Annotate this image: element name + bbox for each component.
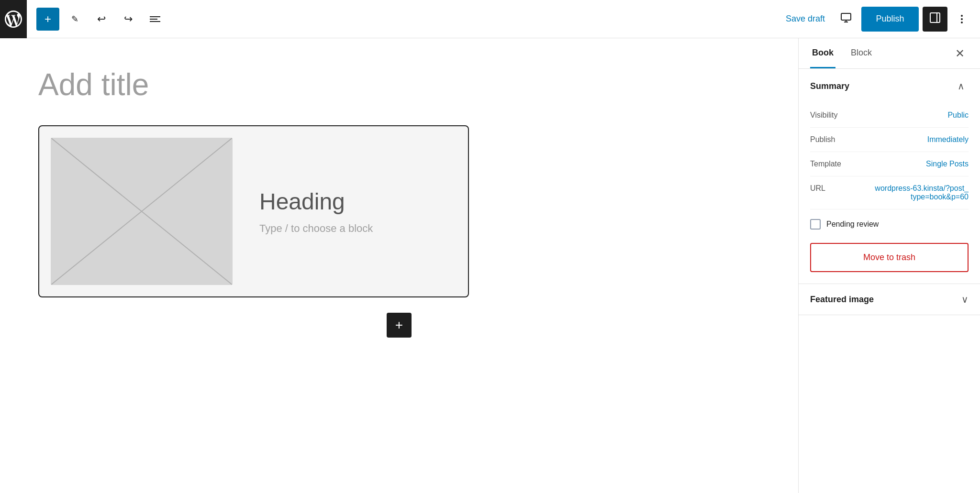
- block-content: Heading Type / to choose a block: [244, 126, 468, 296]
- sidebar-toggle-button[interactable]: [923, 7, 947, 32]
- pending-review-label: Pending review: [826, 220, 879, 229]
- more-icon: [961, 15, 963, 23]
- summary-content: Visibility Public Publish Immediately Te…: [799, 103, 980, 284]
- undo-icon: ↩: [97, 13, 106, 25]
- chevron-down-icon: ∨: [961, 294, 969, 305]
- svg-rect-3: [930, 13, 940, 22]
- tab-block[interactable]: Block: [849, 38, 874, 68]
- publish-value[interactable]: Immediately: [927, 135, 969, 144]
- media-text-block[interactable]: Heading Type / to choose a block: [38, 125, 469, 297]
- template-row: Template Single Posts: [810, 152, 969, 176]
- sidebar-close-button[interactable]: ✕: [951, 45, 969, 62]
- template-label: Template: [810, 160, 841, 168]
- url-label: URL: [810, 184, 825, 193]
- preview-button[interactable]: [835, 8, 858, 31]
- title-input[interactable]: Add title: [38, 67, 469, 102]
- redo-icon: ↪: [124, 13, 133, 25]
- plus-icon-bottom: +: [395, 318, 403, 333]
- main-layout: Add title Heading Type / to choose a blo…: [0, 38, 980, 493]
- template-value[interactable]: Single Posts: [926, 160, 969, 168]
- summary-section-header[interactable]: Summary ∧: [799, 69, 980, 103]
- block-placeholder[interactable]: Type / to choose a block: [259, 222, 453, 235]
- close-icon: ✕: [955, 47, 965, 60]
- visibility-row: Visibility Public: [810, 103, 969, 128]
- sidebar-toggle-icon: [930, 12, 940, 25]
- block-heading[interactable]: Heading: [259, 188, 453, 215]
- url-row: URL wordpress-63.kinsta/?post_type=book&…: [810, 176, 969, 209]
- url-value[interactable]: wordpress-63.kinsta/?post_type=book&p=60: [873, 184, 969, 201]
- toolbar: + ✎ ↩ ↪ Save draft Publish: [0, 0, 980, 38]
- pending-review-row: Pending review: [810, 209, 969, 233]
- add-block-button[interactable]: +: [36, 8, 59, 31]
- publish-row: Publish Immediately: [810, 128, 969, 152]
- summary-title: Summary: [810, 81, 849, 91]
- visibility-value[interactable]: Public: [947, 111, 969, 120]
- publish-button[interactable]: Publish: [861, 7, 919, 32]
- publish-label: Publish: [810, 135, 835, 144]
- edit-button[interactable]: ✎: [63, 8, 86, 31]
- undo-button[interactable]: ↩: [90, 8, 113, 31]
- featured-image-title: Featured image: [810, 295, 874, 305]
- summary-toggle-button[interactable]: ∧: [953, 78, 969, 94]
- summary-section: Summary ∧ Visibility Public Publish Imme…: [799, 69, 980, 284]
- list-icon: [150, 16, 160, 22]
- move-to-trash-button[interactable]: Move to trash: [810, 243, 969, 272]
- edit-icon: ✎: [71, 14, 78, 24]
- block-image-placeholder: [51, 138, 233, 285]
- wp-logo: [0, 0, 27, 38]
- save-draft-button[interactable]: Save draft: [780, 10, 831, 28]
- add-block-bottom-button[interactable]: +: [387, 313, 412, 338]
- visibility-label: Visibility: [810, 111, 838, 120]
- monitor-icon: [840, 12, 852, 26]
- featured-image-header[interactable]: Featured image ∨: [799, 284, 980, 315]
- sidebar: Book Block ✕ Summary ∧ Visibility Public: [798, 38, 980, 493]
- editor-area: Add title Heading Type / to choose a blo…: [0, 38, 798, 493]
- chevron-up-icon: ∧: [958, 80, 965, 92]
- pending-review-checkbox[interactable]: [810, 219, 821, 230]
- toolbar-right: Save draft Publish: [780, 7, 972, 32]
- list-view-button[interactable]: [144, 8, 167, 31]
- svg-rect-0: [841, 13, 851, 20]
- sidebar-tabs: Book Block ✕: [799, 38, 980, 69]
- wp-logo-icon: [5, 11, 22, 28]
- tab-book[interactable]: Book: [810, 38, 835, 68]
- more-options-button[interactable]: [951, 9, 972, 30]
- featured-image-section: Featured image ∨: [799, 284, 980, 315]
- redo-button[interactable]: ↪: [117, 8, 140, 31]
- plus-icon: +: [45, 12, 51, 26]
